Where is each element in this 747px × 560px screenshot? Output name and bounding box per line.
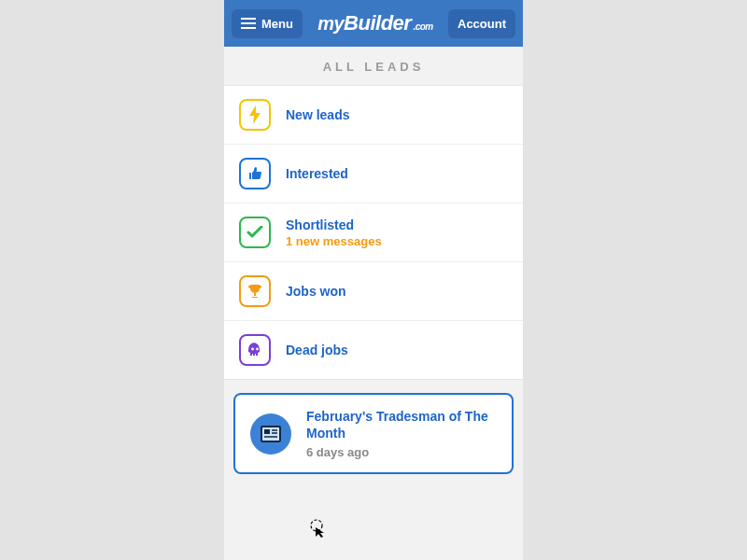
trophy-icon [239, 275, 271, 307]
news-time: 6 days ago [306, 445, 497, 459]
lead-sublabel: 1 new messages [286, 234, 382, 248]
lead-item-jobs-won[interactable]: Jobs won [224, 262, 523, 321]
check-icon [239, 217, 271, 248]
svg-rect-4 [264, 429, 270, 434]
lead-label: Jobs won [286, 284, 346, 299]
header-bar: Menu myBuilder.com Account [224, 0, 523, 47]
lead-item-interested[interactable]: Interested [224, 145, 523, 203]
account-button[interactable]: Account [448, 9, 515, 38]
lead-label: Dead jobs [286, 343, 348, 357]
svg-point-0 [251, 348, 254, 351]
logo: myBuilder.com [317, 11, 433, 35]
news-card[interactable]: February's Tradesman of The Month 6 days… [233, 393, 514, 474]
bolt-icon [239, 99, 271, 131]
account-label: Account [458, 17, 506, 31]
news-title: February's Tradesman of The Month [306, 408, 497, 441]
hamburger-icon [241, 18, 256, 29]
lead-label: Interested [286, 166, 348, 181]
app-frame: Menu myBuilder.com Account ALL LEADS New… [224, 0, 523, 560]
lead-label: Shortlisted [286, 217, 382, 232]
leads-list: New leads Interested Shortlisted 1 new m… [224, 85, 523, 380]
skull-icon [239, 334, 271, 366]
newspaper-icon [250, 413, 291, 455]
lead-item-dead-jobs[interactable]: Dead jobs [224, 321, 523, 379]
svg-point-1 [256, 348, 259, 351]
thumbs-up-icon [239, 158, 271, 189]
section-title: ALL LEADS [224, 47, 523, 85]
lead-label: New leads [286, 107, 349, 122]
menu-button[interactable]: Menu [232, 9, 303, 38]
lead-item-shortlisted[interactable]: Shortlisted 1 new messages [224, 203, 523, 262]
lead-item-new-leads[interactable]: New leads [224, 86, 523, 145]
menu-label: Menu [261, 17, 293, 31]
